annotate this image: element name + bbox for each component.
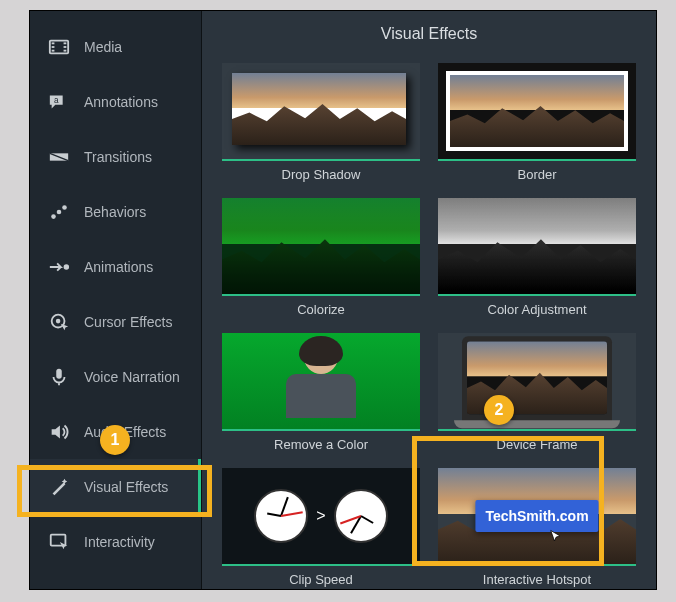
sidebar-item-label: Annotations <box>84 94 158 110</box>
sidebar-item-label: Transitions <box>84 149 152 165</box>
svg-rect-4 <box>64 42 67 44</box>
sidebar-item-label: Media <box>84 39 122 55</box>
svg-point-11 <box>62 205 67 210</box>
sidebar-item-label: Cursor Effects <box>84 314 172 330</box>
hotspot-button: TechSmith.com <box>475 500 598 532</box>
effect-thumbnail <box>438 63 636 159</box>
sidebar-item-animations[interactable]: Animations <box>30 239 201 294</box>
effect-thumbnail <box>222 198 420 294</box>
media-icon <box>48 36 70 58</box>
animations-icon <box>48 256 70 278</box>
sidebar-item-voice-narration[interactable]: Voice Narration <box>30 349 201 404</box>
svg-point-9 <box>51 214 56 219</box>
effect-label: Remove a Color <box>274 431 368 454</box>
effects-grid: Drop Shadow Border C <box>202 57 656 595</box>
sidebar-item-cursor-effects[interactable]: Cursor Effects <box>30 294 201 349</box>
svg-rect-2 <box>52 46 55 48</box>
effect-device-frame[interactable]: Device Frame <box>438 333 636 454</box>
effect-color-adjustment[interactable]: Color Adjustment <box>438 198 636 319</box>
svg-point-14 <box>56 318 61 323</box>
behaviors-icon <box>48 201 70 223</box>
effect-drop-shadow[interactable]: Drop Shadow <box>222 63 420 184</box>
sidebar-item-behaviors[interactable]: Behaviors <box>30 184 201 239</box>
effect-thumbnail <box>222 63 420 159</box>
effect-interactive-hotspot[interactable]: TechSmith.com Interactive Hotspot <box>438 468 636 589</box>
sidebar-item-visual-effects[interactable]: Visual Effects <box>30 459 201 514</box>
effect-thumbnail <box>438 333 636 429</box>
microphone-icon <box>48 366 70 388</box>
svg-rect-3 <box>52 49 55 51</box>
svg-rect-15 <box>56 368 62 378</box>
sidebar-item-transitions[interactable]: Transitions <box>30 129 201 184</box>
effect-thumbnail <box>222 333 420 429</box>
effect-label: Clip Speed <box>289 566 353 589</box>
annotations-icon: a <box>48 91 70 113</box>
svg-point-12 <box>64 264 70 270</box>
svg-point-10 <box>57 209 62 214</box>
svg-rect-1 <box>52 42 55 44</box>
sidebar-item-interactivity[interactable]: Interactivity <box>30 514 201 569</box>
sidebar-item-annotations[interactable]: a Annotations <box>30 74 201 129</box>
svg-text:a: a <box>54 95 59 104</box>
svg-rect-6 <box>64 49 67 51</box>
effects-panel: Visual Effects Drop Shadow <box>202 11 656 589</box>
wand-icon <box>48 476 70 498</box>
cursor-effects-icon <box>48 311 70 333</box>
effect-thumbnail: TechSmith.com <box>438 468 636 564</box>
sidebar-item-label: Animations <box>84 259 153 275</box>
effect-thumbnail <box>438 198 636 294</box>
effect-border[interactable]: Border <box>438 63 636 184</box>
effect-label: Color Adjustment <box>488 296 587 319</box>
svg-rect-5 <box>64 46 67 48</box>
sidebar-item-label: Visual Effects <box>84 479 168 495</box>
effect-colorize[interactable]: Colorize <box>222 198 420 319</box>
effect-label: Colorize <box>297 296 345 319</box>
panel-title: Visual Effects <box>202 11 656 57</box>
effect-label: Border <box>517 161 556 184</box>
effect-clip-speed[interactable]: > Clip Speed <box>222 468 420 589</box>
interactivity-icon <box>48 531 70 553</box>
sidebar-item-label: Interactivity <box>84 534 155 550</box>
effect-thumbnail: > <box>222 468 420 564</box>
sidebar: Media a Annotations Transitions Behavior… <box>30 11 202 589</box>
speaker-icon <box>48 421 70 443</box>
sidebar-item-label: Voice Narration <box>84 369 180 385</box>
effect-label: Drop Shadow <box>282 161 361 184</box>
sidebar-item-media[interactable]: Media <box>30 19 201 74</box>
sidebar-item-label: Behaviors <box>84 204 146 220</box>
effect-remove-a-color[interactable]: Remove a Color <box>222 333 420 454</box>
effect-label: Interactive Hotspot <box>483 566 591 589</box>
transitions-icon <box>48 146 70 168</box>
app-window: Media a Annotations Transitions Behavior… <box>29 10 657 590</box>
clip-speed-arrow: > <box>316 507 325 525</box>
sidebar-item-label: Audio Effects <box>84 424 166 440</box>
sidebar-item-audio-effects[interactable]: Audio Effects <box>30 404 201 459</box>
effect-label: Device Frame <box>497 431 578 454</box>
